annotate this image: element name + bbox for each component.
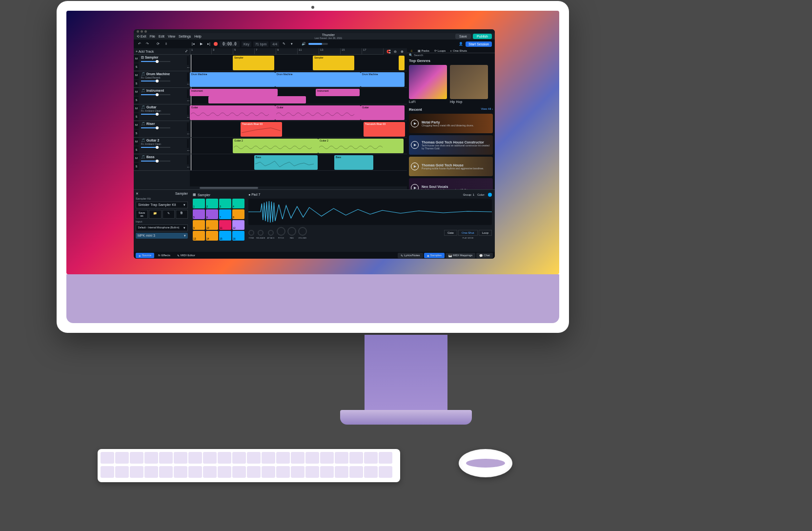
publish-button[interactable]: Publish [473,34,492,39]
skip-end-icon[interactable]: ▸| [206,41,212,47]
ruler-mark[interactable]: 11 [297,48,319,54]
clip-guitar-1[interactable]: Guitar [190,105,275,120]
browser-search[interactable]: 🔍Search [407,53,495,57]
play-icon[interactable]: ▶ [411,141,419,149]
clip-inst-3[interactable] [208,96,306,103]
footer-midi-map[interactable]: 🎹 MIDI Mappings [446,253,475,258]
track-more-icon[interactable]: ⋯ [187,132,189,136]
midi-device[interactable]: MPK mini 3 ▾ [136,233,188,239]
knob-attack[interactable] [268,230,274,236]
clip-sampler-2[interactable]: Sampler [313,56,354,70]
track-volume-slider[interactable] [141,61,170,62]
sampler-pad-1[interactable]: 1 [193,199,205,208]
add-track-button[interactable]: + Add Track⤢ [134,48,190,55]
pencil-icon[interactable]: ✎ [162,210,175,219]
clip-guitar2-1[interactable]: Guitar 2 [233,139,318,153]
sampler-pad-7[interactable]: 7 [219,209,231,219]
track-row-5[interactable]: MS🎵 Guitar 2Fx: Ambient Clean⋯ [134,138,190,154]
playmode-loop[interactable]: Loop [479,230,492,236]
footer-effects[interactable]: fx Effects [155,253,173,258]
browser-tab-oneshots[interactable]: ▹ One-Shots [449,48,468,53]
sampler-pad-12[interactable]: 12 [232,220,244,230]
sampler-pad-13[interactable]: 13 [193,231,205,241]
sampler-pad-5[interactable]: 5 [193,209,205,219]
playmode-one-shot[interactable]: One-Shot [458,230,478,236]
chevron-down-icon[interactable]: ▾ [289,41,295,47]
solo-button[interactable]: S [134,80,139,87]
redo-icon[interactable]: ↷ [144,41,150,47]
music-tab-icon[interactable]: ♫ [409,49,414,53]
sampler-pad-14[interactable]: 14 [206,231,218,241]
footer-midi[interactable]: ✎ MIDI Editor [174,253,198,258]
mute-button[interactable]: M [134,122,139,129]
footer-chat[interactable]: 💬 Chat [476,253,493,258]
pencil-icon[interactable]: ✎ [281,41,287,47]
master-volume-slider[interactable] [308,43,328,45]
clip-sampler-3[interactable] [399,56,405,70]
mute-button[interactable]: M [134,72,139,79]
sampler-pad-6[interactable]: 6 [206,209,218,219]
zoom-in-icon[interactable]: ⊕ [399,50,405,54]
track-row-3[interactable]: MS🎵 GuitarFx: Ambient Clean⋯ [134,104,190,121]
menu-edit[interactable]: Edit [159,35,164,38]
track-row-2[interactable]: MS🎵 Instrument⋯ [134,88,190,104]
knob-pan[interactable] [287,227,296,236]
clip-bass-2[interactable]: Bass [334,155,373,170]
zoom-out-icon[interactable]: ⊖ [392,50,398,54]
track-more-icon[interactable]: ⋯ [187,99,189,103]
footer-samples[interactable]: ◆ Samples [424,253,445,258]
ruler-mark[interactable]: 3 [211,48,233,54]
input-select[interactable]: Default - Internal Microphone (Built-in)… [136,225,188,231]
ruler-mark[interactable]: 1 [190,48,211,54]
start-session-button[interactable]: Start Session [466,41,492,47]
transport-time[interactable]: 0:00.0 [220,41,240,47]
browser-tab-packs[interactable]: ▦ Packs [416,48,431,53]
sampler-pad-10[interactable]: 10 [206,220,218,230]
track-volume-slider[interactable] [141,94,170,95]
knob-tone[interactable] [248,230,254,236]
knob-release[interactable] [258,230,264,236]
solo-button[interactable]: S [134,113,139,121]
metronome-icon[interactable]: ⦀ [163,41,169,47]
track-volume-slider[interactable] [141,147,170,148]
track-volume-slider[interactable] [141,161,170,162]
menu-help[interactable]: Help [194,35,201,38]
color-label[interactable]: Color: [477,193,485,196]
recent-item-4[interactable]: ▶Neo Soul VocalsLush female vocals for n… [409,178,493,189]
ruler-mark[interactable]: 13 [319,48,340,54]
genre-lofi[interactable]: LoFi [409,65,447,103]
ruler-mark[interactable]: 9 [276,48,297,54]
close-dot[interactable] [137,30,139,33]
track-volume-slider[interactable] [141,127,170,128]
play-icon[interactable]: ▶ [411,120,419,127]
sampler-pad-9[interactable]: 9 [193,220,205,230]
track-row-6[interactable]: MS🎵 Bass⋯ [134,154,190,171]
close-icon[interactable]: ✕ [136,192,139,196]
menu-file[interactable]: File [150,35,155,38]
timeline-scrollbar[interactable] [190,186,407,189]
clip-drum-3[interactable]: Drum Machine [361,72,405,87]
undo-icon[interactable]: ↶ [137,41,142,47]
magnet-icon[interactable]: 🧲 [386,50,391,54]
ruler-mark[interactable]: 17 [362,48,383,54]
waveform-display[interactable] [248,199,492,225]
clip-inst-1[interactable]: Instrument [190,89,278,96]
sampler-pad-15[interactable]: 15 [219,231,231,241]
recent-item-3[interactable]: ▶Thomas Gold Tech HousePumping subtle ho… [409,157,493,176]
min-dot[interactable] [141,30,143,33]
view-all-link[interactable]: View All › [481,107,493,112]
play-icon[interactable]: ▶ [411,163,419,170]
track-more-icon[interactable]: ⋯ [187,165,189,169]
play-icon[interactable]: ▶ [198,41,204,47]
mute-button[interactable]: M [134,138,139,145]
clip-guitar2-2[interactable]: Guitar 2 [318,139,404,153]
solo-button[interactable]: S [134,97,139,104]
track-more-icon[interactable]: ⋯ [187,65,189,70]
kit-select[interactable]: Sinister Trap Sampler Kit▾ [136,202,188,208]
clip-inst-2[interactable]: Instrument [316,89,360,96]
knob-pitch[interactable] [277,227,285,236]
play-icon[interactable]: ▶ [411,184,419,189]
track-row-4[interactable]: MS🎵 Riser⋯ [134,121,190,138]
solo-button[interactable]: S [134,163,139,170]
sampler-pad-4[interactable]: 4 [232,199,244,208]
